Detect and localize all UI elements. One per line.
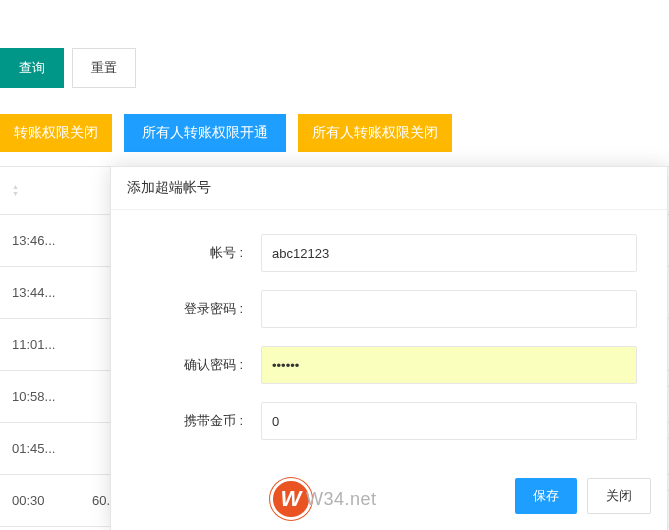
query-button[interactable]: 查询 <box>0 48 64 88</box>
login-password-label: 登录密码 : <box>141 300 261 318</box>
table-cell-time: 13:44... <box>0 285 80 300</box>
table-header-sort[interactable] <box>0 184 60 197</box>
table-cell-time: 00:30 <box>0 493 80 508</box>
table-cell-time: 11:01... <box>0 337 80 352</box>
close-button[interactable]: 关闭 <box>587 478 651 514</box>
coin-input[interactable] <box>261 402 637 440</box>
account-input[interactable] <box>261 234 637 272</box>
coin-label: 携带金币 : <box>141 412 261 430</box>
all-transfer-open-button[interactable]: 所有人转账权限开通 <box>124 114 286 152</box>
confirm-password-input[interactable] <box>261 346 637 384</box>
modal-title: 添加超端帐号 <box>111 167 667 210</box>
login-password-input[interactable] <box>261 290 637 328</box>
table-cell-time: 13:46... <box>0 233 80 248</box>
all-transfer-close-button[interactable]: 所有人转账权限关闭 <box>298 114 452 152</box>
add-account-modal: 添加超端帐号 帐号 : 登录密码 : 确认密码 : 携带金币 : 保存 关闭 <box>110 166 668 530</box>
confirm-password-label: 确认密码 : <box>141 356 261 374</box>
reset-button[interactable]: 重置 <box>72 48 136 88</box>
table-cell-time: 10:58... <box>0 389 80 404</box>
sort-icon <box>12 184 19 197</box>
transfer-permission-close-button[interactable]: 转账权限关闭 <box>0 114 112 152</box>
save-button[interactable]: 保存 <box>515 478 577 514</box>
account-label: 帐号 : <box>141 244 261 262</box>
table-cell-time: 01:45... <box>0 441 80 456</box>
